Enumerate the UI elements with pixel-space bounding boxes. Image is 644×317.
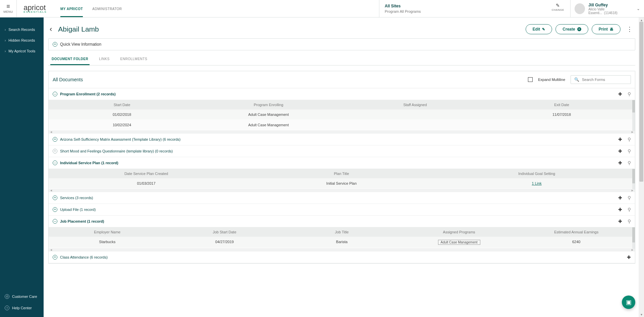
documents-panel: All Documents Expand Multiline 🔍 − Progr…	[48, 71, 635, 264]
topbar: ≡ MENU apricot ESSENTIALS MY APRICOT ADM…	[0, 0, 644, 17]
hscroll[interactable]: ◄►	[49, 248, 635, 252]
scroll-up-icon: ▴	[641, 18, 642, 22]
print-button[interactable]: Print🖶	[592, 24, 621, 34]
sub-tabs: DOCUMENT FOLDER LINKS ENROLLMENTS	[48, 54, 635, 65]
create-button[interactable]: Create+	[555, 24, 588, 34]
vscroll[interactable]	[632, 169, 635, 189]
printer-icon: 🖶	[610, 27, 613, 31]
pencil-icon: ✎	[552, 3, 564, 8]
pin-icon[interactable]: ⚲	[628, 160, 631, 166]
add-record-icon[interactable]: ✚	[618, 219, 622, 224]
add-record-icon[interactable]: ✚	[627, 255, 631, 260]
chat-fab[interactable]: ▣	[622, 296, 635, 309]
hamburger-icon: ≡	[6, 4, 10, 9]
plus-circle-icon: +	[577, 27, 581, 31]
col-assigned-prog: Assigned Programs	[400, 230, 518, 234]
pin-icon[interactable]: ⚲	[628, 195, 631, 200]
expand-icon: +	[53, 42, 57, 47]
search-icon: 🔍	[574, 77, 579, 82]
quick-view-label: Quick View Information	[60, 42, 101, 47]
change-site-button[interactable]: ✎ CHANGE	[552, 3, 564, 11]
col-earnings: Estimated Annual Earnings	[518, 230, 635, 234]
pin-icon[interactable]: ⚲	[628, 219, 631, 224]
quick-view-toggle[interactable]: + Quick View Information	[48, 38, 635, 50]
topnav-administrator[interactable]: ADMINISTRATOR	[92, 1, 122, 17]
col-isp-date: Date Service Plan Created	[49, 172, 244, 176]
section-job-placement[interactable]: − Job Placement (1 record) ✚⚲	[49, 216, 635, 227]
page-title: Abigail Lamb	[58, 25, 99, 33]
expand-multiline-checkbox[interactable]	[528, 77, 533, 82]
section-services[interactable]: + Services (3 records) ✚⚲	[49, 192, 635, 204]
menu-label: MENU	[3, 10, 13, 13]
section-isp[interactable]: − Individual Service Plan (1 record) ✚⚲	[49, 157, 635, 169]
pin-icon[interactable]: ⚲	[628, 148, 631, 154]
site-name: All Sites	[385, 4, 421, 8]
add-record-icon[interactable]: ✚	[618, 207, 622, 212]
add-record-icon[interactable]: ✚	[618, 148, 622, 154]
add-record-icon[interactable]: ✚	[618, 137, 622, 142]
menu-button[interactable]: ≡ MENU	[0, 0, 17, 17]
more-actions-button[interactable]: ⋮	[624, 24, 635, 34]
pin-icon[interactable]: ⚲	[628, 91, 631, 97]
table-row[interactable]: Starbucks 04/27/2019 Barista Adult Case …	[49, 237, 635, 248]
pin-icon[interactable]: ⚲	[628, 207, 631, 212]
section-arizona[interactable]: + Arizona Self-Sufficiency Matrix Assess…	[49, 134, 635, 145]
back-button[interactable]: ‹	[48, 24, 53, 35]
add-record-icon[interactable]: ✚	[618, 195, 622, 200]
top-nav: MY APRICOT ADMINISTRATOR	[54, 0, 122, 17]
assigned-program-tag: Adult Case Management	[438, 240, 480, 245]
scroll-down-icon: ▾	[641, 313, 642, 316]
sidebar-search-records[interactable]: ›Search Records	[0, 24, 44, 35]
topnav-my-apricot[interactable]: MY APRICOT	[60, 1, 83, 17]
sidebar-hidden-records[interactable]: ›Hidden Records	[0, 35, 44, 46]
sidebar-customer-care[interactable]: ✆Customer Care	[0, 291, 44, 302]
user-org: Alicio Valle Essenti... (114618)	[588, 7, 633, 15]
site-program: Program All Programs	[385, 9, 421, 13]
expand-multiline-label: Expand Multiline	[538, 78, 565, 82]
col-exit-date: Exit Date	[488, 103, 635, 107]
section-class-attendance[interactable]: + Class Attendance (6 records) ✚	[49, 252, 635, 263]
col-job-title: Job Title	[283, 230, 400, 234]
add-record-icon[interactable]: ✚	[618, 91, 622, 97]
sidebar: ›Search Records ›Hidden Records ›My Apri…	[0, 17, 44, 317]
chevron-down-icon: ⌄	[637, 6, 640, 11]
pin-icon[interactable]: ⚲	[628, 137, 631, 142]
section-mood[interactable]: + Short Mood and Feelings Questionnaire …	[49, 145, 635, 157]
expand-icon: +	[53, 195, 57, 200]
sidebar-help-center[interactable]: ?Help Center	[0, 302, 44, 314]
table-row[interactable]: 01/02/2018 Adult Case Management 11/07/2…	[49, 109, 635, 120]
tab-document-folder[interactable]: DOCUMENT FOLDER	[50, 54, 90, 65]
sidebar-my-apricot-tools[interactable]: ›My Apricot Tools	[0, 46, 44, 56]
section-program-enrollment[interactable]: − Program Enrollment (2 records) ✚⚲	[49, 88, 635, 100]
collapse-icon: −	[53, 161, 57, 165]
col-job-start: Job Start Date	[166, 230, 283, 234]
expand-icon: +	[53, 149, 57, 153]
section-upload[interactable]: + Upload File (1 record) ✚⚲	[49, 204, 635, 216]
page-header: ‹ Abigail Lamb Edit✎ Create+ Print🖶 ⋮	[48, 24, 635, 35]
search-input[interactable]	[582, 78, 627, 82]
isp-goal-link[interactable]: 1 Link	[532, 181, 542, 185]
tab-enrollments[interactable]: ENROLLMENTS	[119, 54, 149, 65]
hscroll[interactable]: ◄►	[49, 130, 635, 134]
change-label: CHANGE	[552, 8, 564, 11]
col-employer: Employer Name	[49, 230, 166, 234]
collapse-icon: −	[53, 92, 57, 96]
table-row[interactable]: 10/02/2024 Adult Case Management	[49, 120, 635, 130]
info-icon: ✆	[5, 294, 9, 299]
search-forms[interactable]: 🔍	[571, 75, 631, 84]
window-scrollbar[interactable]: ▴ ▾	[639, 17, 644, 317]
tab-links[interactable]: LINKS	[98, 54, 111, 65]
hscroll[interactable]: ◄►	[49, 189, 635, 192]
site-selector[interactable]: All Sites Program All Programs ✎ CHANGE	[379, 0, 570, 17]
avatar	[575, 3, 585, 14]
edit-button[interactable]: Edit✎	[526, 24, 552, 34]
vscroll[interactable]	[632, 100, 635, 131]
job-grid: Employer Name Job Start Date Job Title A…	[49, 227, 635, 252]
user-menu[interactable]: Jill Guffey Alicio Valle Essenti... (114…	[570, 0, 644, 17]
add-record-icon[interactable]: ✚	[618, 160, 622, 166]
table-row[interactable]: 01/03/2017 Initial Service Plan 1 Link	[49, 178, 635, 189]
col-program-enrolling: Program Enrolling	[195, 103, 342, 107]
vscroll[interactable]	[632, 227, 635, 249]
isp-grid: Date Service Plan Created Plan Title Ind…	[49, 169, 635, 192]
col-isp-goal: Individual Goal Setting	[439, 172, 634, 176]
